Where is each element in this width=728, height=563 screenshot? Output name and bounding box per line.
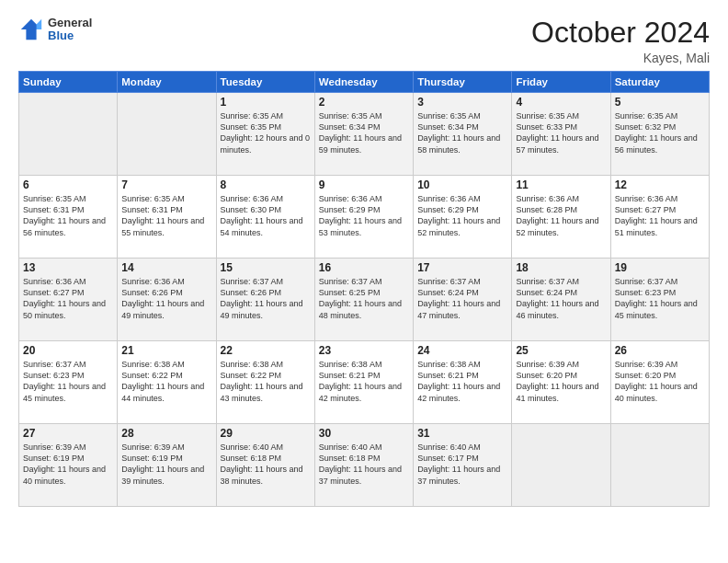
day-number: 26 — [615, 344, 705, 357]
col-header-monday: Monday — [118, 72, 216, 93]
day-detail: Sunrise: 6:35 AM Sunset: 6:35 PM Dayligh… — [221, 110, 311, 155]
calendar-cell: 8Sunrise: 6:36 AM Sunset: 6:30 PM Daylig… — [216, 176, 314, 259]
logo: General Blue — [18, 17, 92, 43]
day-number: 13 — [23, 261, 113, 274]
svg-marker-1 — [37, 19, 42, 29]
logo-general: General — [48, 17, 92, 29]
location: Kayes, Mali — [531, 51, 710, 65]
logo-text: General Blue — [48, 17, 92, 43]
calendar-cell: 5Sunrise: 6:35 AM Sunset: 6:32 PM Daylig… — [610, 93, 709, 176]
day-number: 30 — [319, 427, 409, 440]
calendar-cell — [118, 93, 216, 176]
day-number: 15 — [221, 261, 311, 274]
day-number: 25 — [516, 344, 606, 357]
day-number: 2 — [319, 96, 409, 109]
col-header-thursday: Thursday — [414, 72, 512, 93]
calendar-cell: 21Sunrise: 6:38 AM Sunset: 6:22 PM Dayli… — [118, 341, 216, 424]
calendar-cell: 9Sunrise: 6:36 AM Sunset: 6:29 PM Daylig… — [314, 176, 413, 259]
day-detail: Sunrise: 6:36 AM Sunset: 6:27 PM Dayligh… — [23, 276, 113, 321]
day-number: 21 — [121, 344, 211, 357]
col-header-tuesday: Tuesday — [216, 72, 314, 93]
day-detail: Sunrise: 6:37 AM Sunset: 6:24 PM Dayligh… — [417, 276, 507, 321]
calendar-cell: 27Sunrise: 6:39 AM Sunset: 6:19 PM Dayli… — [19, 424, 118, 507]
calendar-cell: 29Sunrise: 6:40 AM Sunset: 6:18 PM Dayli… — [216, 424, 314, 507]
day-detail: Sunrise: 6:37 AM Sunset: 6:23 PM Dayligh… — [23, 359, 113, 404]
calendar-week-row: 27Sunrise: 6:39 AM Sunset: 6:19 PM Dayli… — [19, 424, 710, 507]
col-header-wednesday: Wednesday — [314, 72, 413, 93]
day-detail: Sunrise: 6:36 AM Sunset: 6:30 PM Dayligh… — [221, 193, 311, 238]
day-detail: Sunrise: 6:35 AM Sunset: 6:33 PM Dayligh… — [516, 110, 606, 155]
day-detail: Sunrise: 6:36 AM Sunset: 6:29 PM Dayligh… — [319, 193, 409, 238]
day-number: 11 — [516, 178, 606, 191]
day-detail: Sunrise: 6:35 AM Sunset: 6:34 PM Dayligh… — [417, 110, 507, 155]
calendar-cell: 16Sunrise: 6:37 AM Sunset: 6:25 PM Dayli… — [314, 259, 413, 341]
calendar-cell — [512, 424, 610, 507]
calendar-header-row: SundayMondayTuesdayWednesdayThursdayFrid… — [19, 72, 710, 93]
calendar-cell: 17Sunrise: 6:37 AM Sunset: 6:24 PM Dayli… — [414, 259, 512, 341]
day-number: 31 — [417, 427, 507, 440]
day-number: 9 — [319, 178, 409, 191]
day-number: 20 — [23, 344, 113, 357]
title-area: October 2024 Kayes, Mali — [531, 17, 710, 65]
day-number: 4 — [516, 96, 606, 109]
day-detail: Sunrise: 6:40 AM Sunset: 6:18 PM Dayligh… — [221, 442, 311, 487]
day-number: 8 — [221, 178, 311, 191]
calendar-week-row: 13Sunrise: 6:36 AM Sunset: 6:27 PM Dayli… — [19, 259, 710, 341]
day-number: 29 — [221, 427, 311, 440]
calendar-cell: 24Sunrise: 6:38 AM Sunset: 6:21 PM Dayli… — [414, 341, 512, 424]
day-detail: Sunrise: 6:40 AM Sunset: 6:18 PM Dayligh… — [319, 442, 409, 487]
calendar-cell: 13Sunrise: 6:36 AM Sunset: 6:27 PM Dayli… — [19, 259, 118, 341]
calendar-week-row: 6Sunrise: 6:35 AM Sunset: 6:31 PM Daylig… — [19, 176, 710, 259]
day-detail: Sunrise: 6:39 AM Sunset: 6:19 PM Dayligh… — [121, 442, 211, 487]
day-detail: Sunrise: 6:37 AM Sunset: 6:23 PM Dayligh… — [615, 276, 705, 321]
day-detail: Sunrise: 6:35 AM Sunset: 6:34 PM Dayligh… — [319, 110, 409, 155]
calendar-cell: 4Sunrise: 6:35 AM Sunset: 6:33 PM Daylig… — [512, 93, 610, 176]
header: General Blue October 2024 Kayes, Mali — [18, 17, 710, 65]
calendar-cell: 23Sunrise: 6:38 AM Sunset: 6:21 PM Dayli… — [314, 341, 413, 424]
day-detail: Sunrise: 6:36 AM Sunset: 6:28 PM Dayligh… — [516, 193, 606, 238]
day-detail: Sunrise: 6:40 AM Sunset: 6:17 PM Dayligh… — [417, 442, 507, 487]
calendar-cell: 1Sunrise: 6:35 AM Sunset: 6:35 PM Daylig… — [216, 93, 314, 176]
day-number: 16 — [319, 261, 409, 274]
day-number: 22 — [221, 344, 311, 357]
day-detail: Sunrise: 6:38 AM Sunset: 6:21 PM Dayligh… — [319, 359, 409, 404]
day-number: 24 — [417, 344, 507, 357]
calendar-cell — [610, 424, 709, 507]
day-number: 17 — [417, 261, 507, 274]
calendar-cell: 3Sunrise: 6:35 AM Sunset: 6:34 PM Daylig… — [414, 93, 512, 176]
day-number: 5 — [615, 96, 705, 109]
logo-icon — [18, 17, 44, 42]
calendar-week-row: 20Sunrise: 6:37 AM Sunset: 6:23 PM Dayli… — [19, 341, 710, 424]
day-detail: Sunrise: 6:37 AM Sunset: 6:26 PM Dayligh… — [221, 276, 311, 321]
page: General Blue October 2024 Kayes, Mali Su… — [0, 0, 728, 563]
day-number: 18 — [516, 261, 606, 274]
day-number: 3 — [417, 96, 507, 109]
day-detail: Sunrise: 6:36 AM Sunset: 6:26 PM Dayligh… — [121, 276, 211, 321]
day-number: 1 — [221, 96, 311, 109]
calendar-cell: 22Sunrise: 6:38 AM Sunset: 6:22 PM Dayli… — [216, 341, 314, 424]
day-detail: Sunrise: 6:35 AM Sunset: 6:32 PM Dayligh… — [615, 110, 705, 155]
calendar-cell: 6Sunrise: 6:35 AM Sunset: 6:31 PM Daylig… — [19, 176, 118, 259]
day-number: 19 — [615, 261, 705, 274]
day-detail: Sunrise: 6:39 AM Sunset: 6:20 PM Dayligh… — [516, 359, 606, 404]
day-number: 14 — [121, 261, 211, 274]
calendar-cell: 11Sunrise: 6:36 AM Sunset: 6:28 PM Dayli… — [512, 176, 610, 259]
day-detail: Sunrise: 6:35 AM Sunset: 6:31 PM Dayligh… — [121, 193, 211, 238]
day-number: 23 — [319, 344, 409, 357]
calendar-cell: 28Sunrise: 6:39 AM Sunset: 6:19 PM Dayli… — [118, 424, 216, 507]
col-header-sunday: Sunday — [19, 72, 118, 93]
day-detail: Sunrise: 6:37 AM Sunset: 6:24 PM Dayligh… — [516, 276, 606, 321]
calendar-cell: 2Sunrise: 6:35 AM Sunset: 6:34 PM Daylig… — [314, 93, 413, 176]
day-detail: Sunrise: 6:37 AM Sunset: 6:25 PM Dayligh… — [319, 276, 409, 321]
calendar-table: SundayMondayTuesdayWednesdayThursdayFrid… — [18, 71, 710, 507]
calendar-cell: 18Sunrise: 6:37 AM Sunset: 6:24 PM Dayli… — [512, 259, 610, 341]
calendar-cell — [19, 93, 118, 176]
day-number: 12 — [615, 178, 705, 191]
day-number: 10 — [417, 178, 507, 191]
month-title: October 2024 — [531, 17, 710, 49]
calendar-cell: 25Sunrise: 6:39 AM Sunset: 6:20 PM Dayli… — [512, 341, 610, 424]
col-header-saturday: Saturday — [610, 72, 709, 93]
calendar-week-row: 1Sunrise: 6:35 AM Sunset: 6:35 PM Daylig… — [19, 93, 710, 176]
col-header-friday: Friday — [512, 72, 610, 93]
calendar-cell: 31Sunrise: 6:40 AM Sunset: 6:17 PM Dayli… — [414, 424, 512, 507]
